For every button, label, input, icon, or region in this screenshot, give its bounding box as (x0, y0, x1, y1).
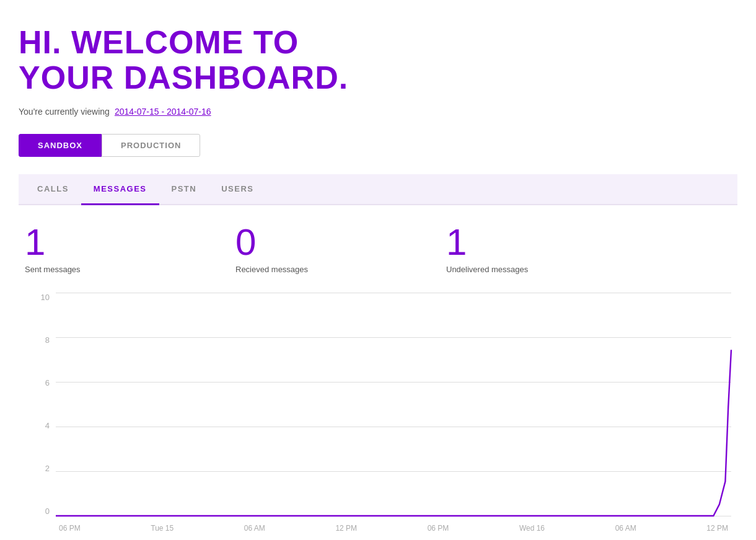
x-axis: 06 PM Tue 15 06 AM 12 PM 06 PM Wed 16 06… (56, 516, 731, 540)
tab-pstn[interactable]: PSTN (159, 174, 209, 205)
y-axis: 10 8 6 4 2 0 (25, 293, 56, 516)
title-line1: HI. WELCOME TO (19, 24, 299, 60)
main-content: HI. WELCOME TO YOUR DASHBOARD. You're cu… (0, 0, 756, 540)
chart-area: 10 8 6 4 2 0 (25, 293, 731, 540)
page-title: HI. WELCOME TO YOUR DASHBOARD. (19, 25, 737, 95)
x-label-06pm2: 06 PM (428, 524, 449, 533)
stat-undelivered-label: Undelivered messages (446, 265, 657, 274)
stat-undelivered-value: 1 (446, 224, 657, 261)
y-label-4: 4 (45, 421, 50, 430)
x-label-06pm: 06 PM (59, 524, 81, 533)
env-tabs: SANDBOX PRODUCTION (19, 134, 737, 157)
y-label-2: 2 (45, 464, 50, 473)
stat-received: 0 Recieved messages (235, 224, 446, 274)
stat-sent: 1 Sent messages (25, 224, 235, 274)
stat-sent-value: 1 (25, 224, 235, 261)
tab-calls[interactable]: CALLS (25, 174, 81, 205)
chart-svg (56, 293, 731, 516)
y-label-10: 10 (41, 293, 50, 302)
tab-messages[interactable]: MESSAGES (81, 174, 159, 205)
stat-received-label: Recieved messages (235, 265, 446, 274)
x-label-wed16: Wed 16 (519, 524, 545, 533)
title-line2: YOUR DASHBOARD. (19, 60, 348, 95)
viewing-label: You're currently viewing (19, 107, 110, 117)
x-label-tue15: Tue 15 (151, 524, 174, 533)
x-label-12pm: 12 PM (335, 524, 357, 533)
chart-container: 10 8 6 4 2 0 (19, 286, 737, 540)
y-label-0: 0 (45, 507, 50, 516)
nav-tabs-bar: CALLS MESSAGES PSTN USERS (19, 174, 737, 205)
y-label-6: 6 (45, 378, 50, 387)
y-label-8: 8 (45, 335, 50, 345)
chart-plot (56, 293, 731, 516)
stat-received-value: 0 (235, 224, 446, 261)
stats-row: 1 Sent messages 0 Recieved messages 1 Un… (19, 205, 737, 286)
x-label-12pm2: 12 PM (706, 524, 728, 533)
env-tab-production[interactable]: PRODUCTION (102, 134, 200, 157)
stat-sent-label: Sent messages (25, 265, 235, 274)
tab-users[interactable]: USERS (209, 174, 266, 205)
x-label-06am2: 06 AM (615, 524, 636, 533)
date-range-row: You're currently viewing 2014-07-15 - 20… (19, 107, 737, 117)
env-tab-sandbox[interactable]: SANDBOX (19, 134, 102, 157)
x-label-06am: 06 AM (244, 524, 265, 533)
chart-line (56, 350, 731, 516)
stat-undelivered: 1 Undelivered messages (446, 224, 657, 274)
date-range-link[interactable]: 2014-07-15 - 2014-07-16 (115, 107, 211, 117)
